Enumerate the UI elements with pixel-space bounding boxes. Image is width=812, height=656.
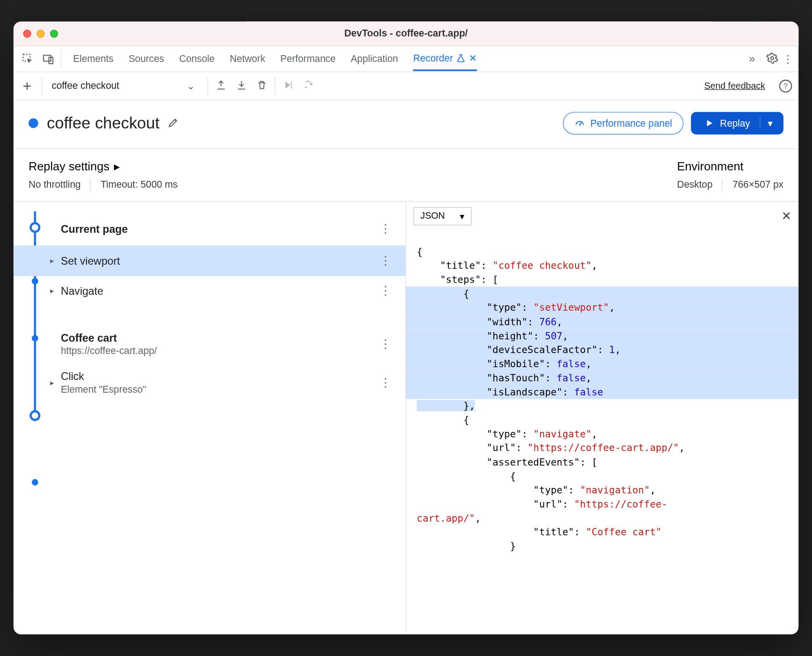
timeline-item-sub: https://coffee-cart.app/: [61, 345, 157, 357]
svg-rect-1: [43, 55, 51, 61]
help-icon[interactable]: ?: [779, 79, 792, 92]
devtools-window: DevTools - coffee-cart.app/ Elements Sou…: [14, 21, 799, 634]
send-feedback-link[interactable]: Send feedback: [704, 81, 765, 92]
step-menu-icon[interactable]: ⋮: [380, 337, 396, 351]
traffic-lights: [23, 30, 58, 38]
timeline-item-title: Set viewport: [61, 255, 120, 267]
timeout-value: Timeout: 5000 ms: [101, 179, 178, 190]
inspect-element-icon[interactable]: [19, 50, 37, 68]
step-menu-icon[interactable]: ⋮: [380, 376, 396, 390]
replay-settings-heading[interactable]: Replay settings ▶: [29, 160, 178, 174]
new-recording-icon[interactable]: ＋: [20, 77, 34, 95]
timeline-node: [30, 410, 41, 421]
recording-bullet: [29, 118, 38, 128]
continue-icon[interactable]: [283, 79, 294, 92]
window-title-path: coffee-cart.app/: [396, 28, 468, 39]
flow-select-label: coffee checkout: [51, 80, 119, 92]
expand-settings-icon: ▶: [114, 163, 120, 171]
format-select[interactable]: JSON ▾: [414, 207, 472, 226]
step-menu-icon[interactable]: ⋮: [380, 254, 396, 268]
chevron-down-icon: ▾: [460, 210, 465, 222]
tab-console[interactable]: Console: [179, 48, 215, 70]
recording-header: coffee checkout Performance panel Replay…: [14, 100, 799, 149]
timeline-item-title: Click: [61, 370, 146, 383]
code-view[interactable]: { "title": "coffee checkout", "steps": […: [406, 231, 798, 634]
window-title-prefix: DevTools -: [344, 28, 396, 39]
settings-row: Replay settings ▶ No throttling │ Timeou…: [14, 149, 799, 202]
tab-sources[interactable]: Sources: [128, 48, 164, 70]
window-title: DevTools - coffee-cart.app/: [344, 28, 468, 40]
recording-title-text: coffee checkout: [47, 114, 159, 132]
timeline-group[interactable]: Current page ⋮: [14, 211, 406, 246]
throttling-value: No throttling: [29, 179, 81, 190]
tab-network[interactable]: Network: [230, 48, 265, 70]
replay-button[interactable]: Replay ▾: [691, 112, 783, 135]
timeline-pane[interactable]: Current page ⋮ Set viewport ⋮ Navigate ⋮: [14, 202, 406, 635]
window-titlebar: DevTools - coffee-cart.app/: [14, 21, 799, 46]
export-icon[interactable]: [216, 79, 226, 92]
tab-strip: Elements Sources Console Network Perform…: [14, 46, 799, 72]
close-window-button[interactable]: [23, 30, 31, 38]
chevron-down-icon: ⌄: [187, 80, 195, 92]
timeline-item-sub: Element "Espresso": [61, 384, 146, 395]
step-icon[interactable]: [303, 79, 314, 92]
tab-elements[interactable]: Elements: [73, 48, 114, 70]
timeline-item-title: Navigate: [61, 285, 103, 297]
replay-button-label: Replay: [720, 118, 750, 129]
code-pane: JSON ▾ ✕ { "title": "coffee checkout", "…: [406, 202, 798, 635]
env-device: Desktop: [677, 179, 713, 190]
timeline-step[interactable]: Navigate ⋮: [14, 276, 406, 306]
performance-panel-button[interactable]: Performance panel: [563, 112, 683, 135]
timeline-step[interactable]: Set viewport ⋮: [14, 246, 406, 276]
recording-title: coffee checkout: [47, 114, 179, 132]
timeline-step[interactable]: Click Element "Espresso" ⋮: [14, 366, 406, 400]
timeline-group[interactable]: Coffee cart https://coffee-cart.app/ ⋮: [14, 321, 406, 366]
tab-recorder[interactable]: Recorder ✕: [413, 47, 477, 71]
timeline-item-title: Current page: [61, 223, 128, 235]
tab-performance[interactable]: Performance: [280, 48, 336, 70]
step-menu-icon[interactable]: ⋮: [380, 222, 396, 236]
kebab-menu-icon[interactable]: ⋮: [782, 52, 793, 65]
svg-point-5: [579, 124, 581, 126]
more-tabs-icon[interactable]: »: [749, 53, 755, 65]
delete-trash-icon[interactable]: [257, 79, 267, 92]
minimize-window-button[interactable]: [36, 30, 45, 38]
tab-application[interactable]: Application: [351, 48, 398, 70]
env-viewport: 766×507 px: [733, 179, 784, 190]
close-tab-icon[interactable]: ✕: [469, 52, 477, 64]
step-menu-icon[interactable]: ⋮: [380, 284, 396, 298]
settings-gear-icon[interactable]: [766, 52, 778, 66]
edit-title-icon[interactable]: [167, 114, 179, 132]
play-icon: [704, 118, 715, 129]
flow-select[interactable]: coffee checkout ⌄: [50, 76, 200, 95]
timeline-node: [32, 479, 38, 486]
experiment-flask-icon: [456, 53, 466, 63]
close-code-pane-icon[interactable]: ✕: [781, 209, 791, 223]
recorder-toolbar: ＋ coffee checkout ⌄ Send: [14, 72, 799, 100]
svg-point-3: [771, 56, 773, 59]
svg-point-4: [305, 86, 307, 88]
environment-heading: Environment: [677, 160, 784, 174]
split-panes: Current page ⋮ Set viewport ⋮ Navigate ⋮: [14, 202, 799, 635]
gauge-icon: [574, 118, 585, 129]
timeline-item-title: Coffee cart: [61, 332, 157, 344]
replay-dropdown-icon[interactable]: ▾: [760, 117, 780, 129]
device-toolbar-icon[interactable]: [39, 50, 57, 68]
zoom-window-button[interactable]: [50, 30, 58, 38]
format-select-label: JSON: [421, 211, 445, 222]
performance-panel-label: Performance panel: [591, 118, 672, 129]
import-icon[interactable]: [236, 79, 247, 92]
